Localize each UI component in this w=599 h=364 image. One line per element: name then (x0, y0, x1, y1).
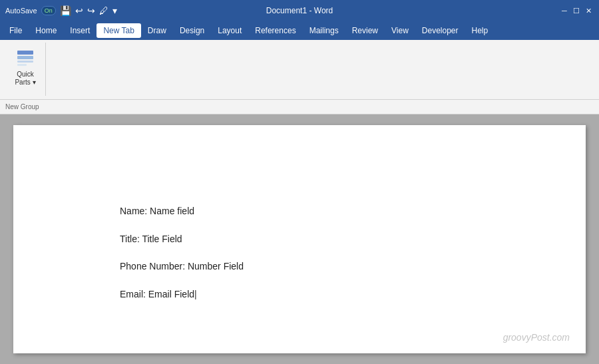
quick-parts-button[interactable]: Quick Parts ▾ (11, 45, 40, 89)
svg-rect-0 (17, 51, 33, 55)
quick-parts-label: Quick Parts ▾ (15, 71, 35, 87)
quick-parts-icon (15, 48, 36, 69)
minimize-button[interactable]: ─ (559, 5, 570, 16)
window-controls: ─ ☐ ✕ (559, 5, 594, 16)
close-button[interactable]: ✕ (583, 5, 594, 16)
menu-insert[interactable]: Insert (63, 23, 97, 38)
menu-design[interactable]: Design (173, 23, 211, 38)
menu-home[interactable]: Home (29, 23, 63, 38)
save-icon[interactable]: 💾 (60, 5, 71, 16)
menu-view[interactable]: View (385, 23, 415, 38)
title-bar-left: AutoSave On 💾 ↩ ↪ 🖊 ▾ (5, 5, 117, 16)
ribbon: Quick Parts ▾ (0, 40, 599, 100)
doc-line-email: Email: Email Field (120, 288, 244, 301)
menu-draw[interactable]: Draw (141, 23, 173, 38)
menu-references[interactable]: References (248, 23, 302, 38)
new-group-bar: New Group (0, 100, 599, 114)
menu-help[interactable]: Help (465, 23, 495, 38)
svg-rect-2 (17, 61, 33, 63)
document-container: Name: Name field Title: Title Field Phon… (0, 114, 599, 364)
title-bar: AutoSave On 💾 ↩ ↪ 🖊 ▾ Document1 - Word ─… (0, 0, 599, 21)
document-content: Name: Name field Title: Title Field Phon… (120, 205, 244, 315)
svg-rect-1 (17, 56, 33, 59)
menu-new-tab[interactable]: New Tab (97, 23, 140, 38)
undo-icon[interactable]: ↩ (75, 5, 83, 16)
menu-file[interactable]: File (3, 23, 29, 38)
svg-rect-3 (17, 64, 27, 66)
menu-developer[interactable]: Developer (415, 23, 465, 38)
ribbon-group-new-group: Quick Parts ▾ (5, 43, 46, 96)
autosave-label: AutoSave (5, 7, 37, 15)
doc-line-name: Name: Name field (120, 205, 244, 218)
doc-line-phone: Phone Number: Number Field (120, 260, 244, 273)
customize-icon[interactable]: 🖊 (99, 5, 108, 16)
menu-mailings[interactable]: Mailings (303, 23, 345, 38)
redo-icon[interactable]: ↪ (87, 5, 95, 16)
menu-layout[interactable]: Layout (211, 23, 248, 38)
toggle-on-label: On (45, 7, 53, 14)
autosave-toggle[interactable]: On (41, 6, 56, 15)
new-group-label: New Group (5, 103, 39, 110)
doc-line-title: Title: Title Field (120, 233, 244, 246)
menu-review[interactable]: Review (345, 23, 385, 38)
watermark: groovyPost.com (503, 332, 570, 343)
window-title: Document1 - Word (266, 6, 333, 15)
maximize-button[interactable]: ☐ (571, 5, 582, 16)
more-icon[interactable]: ▾ (112, 5, 117, 16)
menu-bar: File Home Insert New Tab Draw Design Lay… (0, 21, 599, 40)
document-page[interactable]: Name: Name field Title: Title Field Phon… (13, 125, 586, 353)
